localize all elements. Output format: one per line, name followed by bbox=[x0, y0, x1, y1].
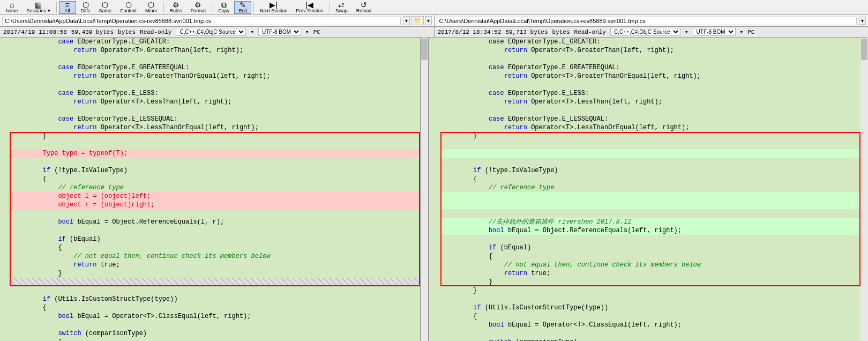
right-scrollbar[interactable] bbox=[860, 38, 868, 341]
code-line: Type type = typeof(T); bbox=[10, 149, 420, 158]
line-text: return Operator<T>.LessThan(left, right)… bbox=[440, 98, 861, 106]
code-line: bool bEqual = Operator<T>.ClassEqual(lef… bbox=[440, 321, 861, 329]
code-line bbox=[440, 158, 861, 166]
left-size-unit: bytes bbox=[118, 29, 136, 35]
line-text: //去掉额外的装箱操作 rivershen 2017.8.12 bbox=[440, 218, 861, 226]
line-text: Type type = typeof(T); bbox=[10, 149, 420, 158]
code-line: // reference type bbox=[10, 183, 420, 192]
right-info-bar: 2017/8/12 18:34:52 59,713 bytes bytes Re… bbox=[435, 27, 869, 37]
code-line: { bbox=[10, 175, 420, 183]
line-text: { bbox=[10, 175, 420, 183]
left-folder-dropdown[interactable]: ▾ bbox=[425, 16, 432, 25]
code-line: object l = (object)left; bbox=[10, 192, 420, 201]
right-date: 2017/8/12 18:34:52 bbox=[438, 29, 502, 35]
line-text: return true; bbox=[440, 269, 861, 278]
format-button[interactable]: ⚙ Format bbox=[187, 1, 210, 14]
context-button[interactable]: ⬡ Context bbox=[116, 1, 140, 14]
line-text bbox=[440, 201, 861, 209]
code-line: { bbox=[10, 243, 420, 252]
code-line bbox=[440, 329, 861, 338]
line-text: case EOperatorType.E_LESSEQUAL: bbox=[440, 115, 861, 123]
code-line bbox=[10, 140, 420, 149]
line-text bbox=[10, 321, 420, 329]
right-encoding-select[interactable]: UTF-8 BOM bbox=[693, 28, 736, 36]
code-line: case EOperatorType.E_LESSEQUAL: bbox=[10, 115, 420, 123]
code-line bbox=[10, 80, 420, 89]
next-section-button[interactable]: ▶| Next Section bbox=[256, 1, 291, 14]
line-text bbox=[10, 55, 420, 63]
line-text: case EOperatorType.E_LESS: bbox=[440, 89, 861, 98]
line-text bbox=[440, 149, 861, 158]
code-line: return Operator<T>.GreaterThanOrEqual(le… bbox=[440, 72, 861, 80]
code-line: bool bEqual = Object.ReferenceEquals(lef… bbox=[440, 226, 861, 235]
code-line: if (Utils.IsCustomStructType(type)) bbox=[10, 295, 420, 303]
code-line: bool bEqual = Operator<T>.ClassEqual(lef… bbox=[10, 312, 420, 321]
left-info-bar: 2017/4/19 11:08:58 59,439 bytes bytes Re… bbox=[0, 27, 435, 37]
right-line-ending: PC bbox=[747, 29, 754, 35]
separator-5 bbox=[329, 2, 330, 13]
left-scrollbar[interactable] bbox=[421, 38, 428, 341]
diffs-button[interactable]: ⬡ Diffs bbox=[77, 1, 94, 14]
left-folder-button[interactable]: 📁 bbox=[411, 16, 424, 25]
line-text: return Operator<T>.LessThanOrEqual(left,… bbox=[10, 123, 420, 132]
line-text bbox=[10, 226, 420, 235]
same-button[interactable]: ⬡ Same bbox=[95, 1, 116, 14]
code-line bbox=[10, 106, 420, 115]
left-encoding-arrow: ▾ bbox=[305, 28, 309, 35]
line-text bbox=[10, 106, 420, 115]
copy-button[interactable]: ⧉ Copy bbox=[214, 1, 233, 14]
prev-section-button[interactable]: |◀ Prev Section bbox=[292, 1, 327, 14]
prev-section-icon: |◀ bbox=[305, 1, 313, 9]
home-button[interactable]: ⌂ home bbox=[2, 1, 22, 14]
line-text: } bbox=[10, 132, 420, 140]
swap-button[interactable]: ⇄ Swap bbox=[332, 1, 351, 14]
right-lang-arrow: ▾ bbox=[685, 28, 689, 35]
line-text: { bbox=[10, 338, 420, 341]
rules-icon: ⚙ bbox=[173, 1, 179, 9]
code-line: } bbox=[440, 278, 861, 286]
code-line: switch (comparisonType) bbox=[440, 338, 861, 341]
sessions-icon: ▦ bbox=[35, 1, 42, 9]
separator-1 bbox=[56, 2, 57, 13]
right-diff-pane[interactable]: case EOperatorType.E_GREATER: return Ope… bbox=[440, 38, 861, 341]
left-file-path[interactable] bbox=[2, 17, 401, 25]
line-text: { bbox=[440, 252, 861, 261]
edit-button[interactable]: ✎ Edit bbox=[234, 1, 251, 14]
diffs-icon: ⬡ bbox=[83, 1, 89, 9]
code-line: if (bEqual) bbox=[10, 235, 420, 243]
code-line: if (bEqual) bbox=[440, 243, 861, 252]
left-line-ending: PC bbox=[313, 29, 320, 35]
left-lang-select[interactable]: C,C++,C#,ObjC Source bbox=[176, 28, 246, 36]
left-diff-pane[interactable]: case EOperatorType.E_GREATER: return Ope… bbox=[10, 38, 421, 341]
left-file-dropdown[interactable]: ▾ bbox=[403, 16, 410, 25]
right-lang-select[interactable]: C,C++,C#,ObjC Source bbox=[610, 28, 680, 36]
right-file-dropdown[interactable]: ▾ bbox=[859, 17, 866, 25]
code-line: case EOperatorType.E_LESSEQUAL: bbox=[440, 115, 861, 123]
line-text bbox=[440, 329, 861, 338]
sessions-button[interactable]: ▦ Sessions ▾ bbox=[23, 1, 54, 14]
line-text: case EOperatorType.E_GREATEREQUAL: bbox=[10, 63, 420, 72]
code-line: bool bEqual = Object.ReferenceEquals(l, … bbox=[10, 218, 420, 226]
code-line bbox=[10, 55, 420, 63]
rules-button[interactable]: ⚙ Rules bbox=[166, 1, 186, 14]
line-text: if (Utils.IsCustomStructType(type)) bbox=[440, 303, 861, 312]
code-line bbox=[440, 106, 861, 115]
code-line: { bbox=[440, 312, 861, 321]
line-text: if (bEqual) bbox=[10, 235, 420, 243]
line-text: return true; bbox=[10, 261, 420, 269]
line-text: if (Utils.IsCustomStructType(type)) bbox=[10, 295, 420, 303]
line-text: bool bEqual = Object.ReferenceEquals(lef… bbox=[440, 226, 861, 235]
minor-button[interactable]: ⬡ Minor bbox=[141, 1, 161, 14]
left-encoding-select[interactable]: UTF-8 BOM bbox=[258, 28, 301, 36]
code-line: return Operator<T>.LessThan(left, right)… bbox=[440, 98, 861, 106]
all-button[interactable]: ≡ All bbox=[59, 1, 76, 14]
line-text: bool bEqual = Object.ReferenceEquals(l, … bbox=[10, 218, 420, 226]
left-code-block: case EOperatorType.E_GREATER: return Ope… bbox=[10, 38, 420, 341]
line-text: if (bEqual) bbox=[440, 243, 861, 252]
right-file-path[interactable] bbox=[437, 17, 857, 25]
reload-button[interactable]: ↺ Reload bbox=[353, 1, 376, 14]
left-scrollbar-thumb bbox=[421, 39, 428, 60]
line-text: object r = (object)right; bbox=[10, 201, 420, 209]
separator-4 bbox=[253, 2, 254, 13]
right-file-bar: ▾ bbox=[435, 15, 869, 26]
